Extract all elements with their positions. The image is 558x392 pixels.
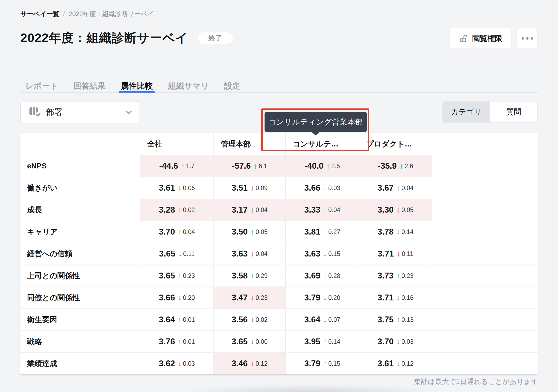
score-delta: 0.05 <box>256 228 268 236</box>
table-row: 働きがい3.61↓0.063.51↓0.093.66↓0.033.67↓0.04 <box>20 177 538 199</box>
trend-down-icon: ↓ <box>251 294 254 302</box>
score-delta: 0.12 <box>256 360 268 367</box>
row-label: 成長 <box>20 199 140 221</box>
table-row: 衛生要因3.64↑0.013.56↓0.023.64↓0.073.75↑0.13 <box>20 308 538 330</box>
score-delta: 0.04 <box>256 250 268 258</box>
trend-up-icon: ↑ <box>400 162 404 170</box>
row-filler <box>432 199 538 221</box>
score-cell: 3.71↓0.16 <box>359 287 432 308</box>
bottom-shadow <box>177 384 444 392</box>
score-value: 3.70 <box>159 227 175 237</box>
score-delta: 0.03 <box>402 338 414 345</box>
tooltip-text: コンサルティング営業本部 <box>268 117 363 127</box>
score-value: 3.62 <box>159 359 175 368</box>
score-value: 3.51 <box>232 183 248 193</box>
trend-down-icon: ↓ <box>251 250 254 258</box>
column-header-4[interactable]: プロダクト… <box>359 133 432 155</box>
score-value: 3.46 <box>232 359 248 368</box>
more-button[interactable] <box>517 28 538 49</box>
footer-note: 集計は最大で1日遅れることがあります <box>414 377 538 386</box>
score-value: 3.78 <box>378 227 394 237</box>
score-cell: -35.9↑2.6 <box>359 155 432 177</box>
chevron-down-icon <box>126 110 132 114</box>
tab-org-summary[interactable]: 組織サマリ <box>168 80 209 92</box>
tab-attribute-comparison[interactable]: 属性比較 <box>121 80 153 92</box>
trend-up-icon: ↑ <box>251 228 254 236</box>
score-delta: 0.02 <box>183 206 195 214</box>
table-row: eNPS-44.6↑1.7-57.6↑6.1-40.0↑2.5-35.9↑2.6 <box>20 155 538 177</box>
score-value: 3.67 <box>378 183 394 193</box>
view-permission-button[interactable]: 閲覧権限 <box>450 28 512 49</box>
score-cell: -40.0↑2.5 <box>285 155 359 177</box>
table-header-row: 全社管理本部コンサルテ…↑プロダクト… <box>20 133 538 155</box>
score-value: 3.73 <box>378 271 394 281</box>
score-delta: 0.14 <box>328 338 340 345</box>
header-filler <box>432 133 538 155</box>
row-label: キャリア <box>20 221 140 243</box>
score-cell: 3.70↑0.04 <box>140 221 213 243</box>
trend-down-icon: ↓ <box>397 360 400 368</box>
tab-report[interactable]: レポート <box>25 80 58 92</box>
score-value: 3.63 <box>232 249 248 259</box>
score-delta: 0.02 <box>256 316 268 323</box>
toggle-category[interactable]: カテゴリ <box>443 101 490 122</box>
column-header-1[interactable]: 全社 <box>140 133 213 155</box>
tab-answer-results[interactable]: 回答結果 <box>73 80 105 92</box>
score-value: 3.95 <box>304 337 320 346</box>
score-delta: 2.5 <box>331 163 340 170</box>
table-row: 業績達成3.62↓0.033.46↓0.123.79↑0.153.61↓0.12 <box>20 352 538 374</box>
table-row: 同僚との関係性3.66↓0.203.47↓0.233.79↓0.203.71↓0… <box>20 287 538 308</box>
trend-down-icon: ↓ <box>397 294 400 302</box>
row-filler <box>432 265 538 287</box>
score-cell: 3.81↑0.27 <box>285 221 359 243</box>
score-cell: 3.75↑0.13 <box>359 309 432 330</box>
trend-up-icon: ↑ <box>178 316 182 324</box>
trend-down-icon: ↓ <box>178 294 182 302</box>
score-cell: -57.6↑6.1 <box>213 155 285 177</box>
row-label: 衛生要因 <box>20 309 140 330</box>
attribute-columns-icon <box>29 107 42 118</box>
score-value: 3.50 <box>232 227 248 237</box>
row-filler <box>432 287 538 308</box>
row-filler <box>432 221 538 243</box>
table-row: 上司との関係性3.65↑0.233.58↑0.293.69↑0.283.73↑0… <box>20 265 538 287</box>
row-filler <box>432 353 538 374</box>
score-cell: 3.61↓0.12 <box>359 353 432 374</box>
score-value: 3.33 <box>304 205 320 215</box>
score-value: 3.76 <box>159 337 175 346</box>
column-header-label: 全社 <box>147 139 162 149</box>
score-cell: 3.65↓0.11 <box>140 243 213 265</box>
tab-settings[interactable]: 設定 <box>224 80 240 92</box>
score-value: 3.64 <box>304 315 320 325</box>
trend-up-icon: ↑ <box>323 360 327 368</box>
trend-down-icon: ↓ <box>397 184 400 192</box>
score-cell: 3.17↑0.04 <box>213 199 285 221</box>
breadcrumb-survey-list[interactable]: サーベイ一覧 <box>20 10 59 18</box>
score-value: 3.69 <box>304 271 320 281</box>
trend-down-icon: ↓ <box>251 338 254 346</box>
score-delta: 0.16 <box>402 294 414 301</box>
score-value: 3.63 <box>304 249 320 259</box>
score-cell: 3.76↑0.01 <box>140 331 213 352</box>
unlock-icon <box>459 34 468 43</box>
score-delta: 0.01 <box>183 338 195 345</box>
ellipsis-icon <box>522 37 533 40</box>
column-header-3[interactable]: コンサルテ…↑ <box>285 133 359 155</box>
page-title: 2022年度：組織診断サーベイ <box>20 30 188 46</box>
column-header-2[interactable]: 管理本部 <box>213 133 285 155</box>
score-value: -44.6 <box>159 161 178 171</box>
score-cell: 3.78↓0.14 <box>359 221 432 243</box>
trend-down-icon: ↓ <box>178 360 182 368</box>
score-delta: 0.06 <box>183 184 195 192</box>
score-delta: 1.7 <box>186 163 195 170</box>
column-header-label: 管理本部 <box>221 139 251 149</box>
toggle-question[interactable]: 質問 <box>490 101 537 122</box>
trend-down-icon: ↓ <box>251 316 254 324</box>
score-cell: 3.58↑0.29 <box>213 265 285 287</box>
trend-up-icon: ↑ <box>181 162 185 170</box>
score-cell: -44.6↑1.7 <box>140 155 213 177</box>
score-value: 3.64 <box>159 315 175 325</box>
score-delta: 0.15 <box>328 360 340 367</box>
attribute-dropdown[interactable]: 部署 <box>20 101 139 123</box>
score-delta: 0.15 <box>328 250 340 258</box>
